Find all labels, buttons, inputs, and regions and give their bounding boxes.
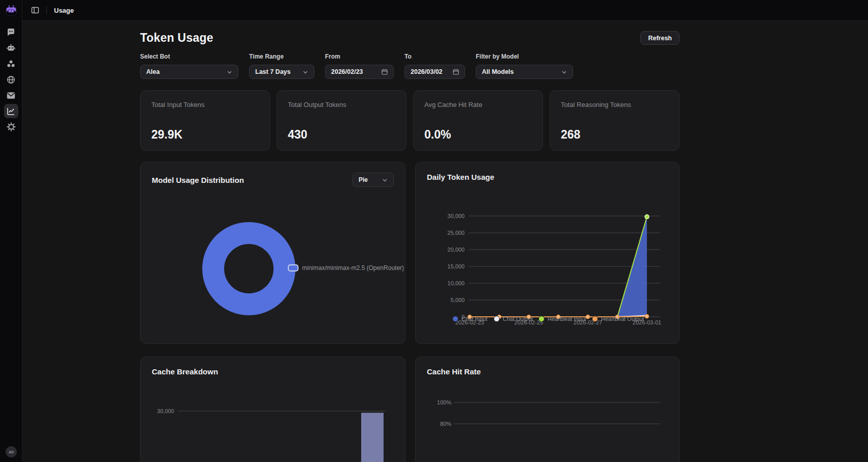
globe-icon	[7, 75, 15, 84]
card-title: Cache Breakdown	[152, 367, 218, 376]
calendar-icon	[382, 69, 388, 75]
daily-token-usage-card: Daily Token Usage 05,00010,00015,00020,0…	[415, 162, 680, 344]
stat-card-reasoning: Total Reasoning Tokens 268	[550, 90, 680, 151]
svg-text:80%: 80%	[440, 421, 451, 427]
stat-value: 430	[288, 128, 395, 142]
to-date-label: To	[404, 53, 465, 60]
gear-icon	[7, 122, 16, 131]
legend-swatch	[288, 264, 299, 271]
select-bot-label: Select Bot	[140, 53, 238, 60]
model-distribution-donut-chart	[202, 222, 295, 315]
filters-bar: Select Bot Alea Time Range Last 7 Days F…	[140, 53, 680, 79]
from-date-input[interactable]: 2026/02/23	[325, 65, 394, 79]
panel-toggle-icon	[31, 6, 39, 14]
app-logo	[4, 3, 19, 18]
calendar-icon	[453, 69, 459, 75]
time-range-label: Time Range	[249, 53, 314, 60]
sidebar-item-plugins[interactable]	[4, 57, 18, 71]
daily-token-usage-chart: 05,00010,00015,00020,00025,00030,0002026…	[416, 207, 675, 335]
svg-text:30,000: 30,000	[157, 408, 174, 414]
robot-logo-icon	[5, 4, 18, 17]
robot-icon	[7, 44, 15, 52]
sidebar-item-web[interactable]	[4, 72, 18, 87]
from-date-value: 2026/02/23	[331, 68, 376, 75]
filter-model-value: All Models	[482, 68, 556, 75]
donut-legend-item[interactable]: minimax/minimax-m2.5 (OpenRouter)	[288, 264, 404, 271]
sidebar-item-bots[interactable]	[4, 41, 18, 55]
sidebar-item-settings[interactable]	[4, 120, 18, 134]
chart-type-value: Pie	[359, 176, 377, 183]
stat-label: Avg Cache Hit Rate	[424, 101, 532, 108]
stat-label: Total Input Tokens	[151, 101, 259, 108]
select-bot-value: Alea	[146, 68, 222, 75]
from-date-label: From	[325, 53, 394, 60]
svg-text:10,000: 10,000	[447, 280, 465, 286]
svg-text:25,000: 25,000	[447, 230, 465, 236]
sidebar-nav	[4, 25, 18, 134]
filter-model-label: Filter by Model	[476, 53, 573, 60]
mail-icon	[7, 91, 15, 100]
sidebar-item-chats[interactable]	[4, 25, 18, 39]
svg-text:15,000: 15,000	[447, 263, 465, 269]
page-title: Token Usage	[140, 31, 213, 45]
model-usage-distribution-card: Model Usage Distribution Pie minimax/min…	[140, 162, 405, 344]
to-date-input[interactable]: 2026/03/02	[404, 65, 465, 79]
stat-label: Total Output Tokens	[288, 101, 395, 108]
svg-text:Heartbeat Output: Heartbeat Output	[601, 316, 644, 322]
sidebar: AD	[0, 0, 22, 462]
time-range-dropdown[interactable]: Last 7 Days	[249, 65, 314, 79]
cache-breakdown-chart: 30,000	[141, 386, 400, 462]
stat-card-cache-hit-rate: Avg Cache Hit Rate 0.0%	[413, 90, 543, 151]
svg-text:5,000: 5,000	[450, 297, 465, 303]
svg-text:20,000: 20,000	[447, 247, 465, 253]
card-title: Model Usage Distribution	[152, 176, 244, 184]
stat-cards-row: Total Input Tokens 29.9K Total Output To…	[140, 90, 680, 151]
svg-text:100%: 100%	[437, 399, 451, 405]
card-title: Daily Token Usage	[427, 173, 494, 181]
stat-card-total-output: Total Output Tokens 430	[277, 90, 406, 151]
select-bot-dropdown[interactable]: Alea	[140, 65, 238, 79]
chevron-down-icon	[382, 177, 388, 183]
filter-model-dropdown[interactable]: All Models	[476, 65, 573, 79]
legend-label: minimax/minimax-m2.5 (OpenRouter)	[302, 264, 404, 271]
cache-hit-rate-card: Cache Hit Rate 100%80%	[415, 357, 680, 462]
chat-icon	[7, 28, 15, 37]
stat-value: 29.9K	[151, 128, 259, 142]
stat-value: 268	[561, 128, 668, 142]
chart-type-dropdown[interactable]: Pie	[352, 173, 394, 187]
cache-breakdown-card: Cache Breakdown 30,000	[140, 357, 405, 462]
usage-chart-icon	[7, 107, 15, 116]
stat-card-total-input: Total Input Tokens 29.9K	[140, 90, 270, 151]
cache-hit-rate-chart: 100%80%	[416, 357, 675, 462]
time-range-value: Last 7 Days	[255, 68, 297, 75]
to-date-value: 2026/03/02	[411, 68, 448, 75]
main-content: Token Usage Refresh Select Bot Alea Time…	[22, 21, 868, 462]
nodes-cluster-icon	[7, 60, 15, 68]
user-avatar[interactable]: AD	[6, 446, 17, 457]
svg-text:30,000: 30,000	[447, 213, 465, 219]
svg-text:Chat Input: Chat Input	[462, 316, 487, 322]
refresh-button[interactable]: Refresh	[640, 31, 680, 45]
svg-text:Chat Output: Chat Output	[503, 316, 533, 322]
sidebar-item-mail[interactable]	[4, 88, 18, 102]
chevron-down-icon	[303, 69, 308, 75]
sidebar-item-usage[interactable]	[4, 104, 18, 118]
stat-label: Total Reasoning Tokens	[561, 101, 668, 108]
topbar: Usage	[22, 0, 868, 21]
sidebar-toggle-button[interactable]	[29, 4, 41, 16]
donut-hole	[224, 244, 274, 293]
stat-value: 0.0%	[424, 128, 532, 142]
topbar-divider	[46, 6, 47, 14]
svg-text:Heartbeat Input: Heartbeat Input	[548, 316, 586, 322]
chevron-down-icon	[561, 69, 567, 75]
chevron-down-icon	[227, 69, 232, 75]
page-breadcrumb: Usage	[54, 7, 74, 14]
